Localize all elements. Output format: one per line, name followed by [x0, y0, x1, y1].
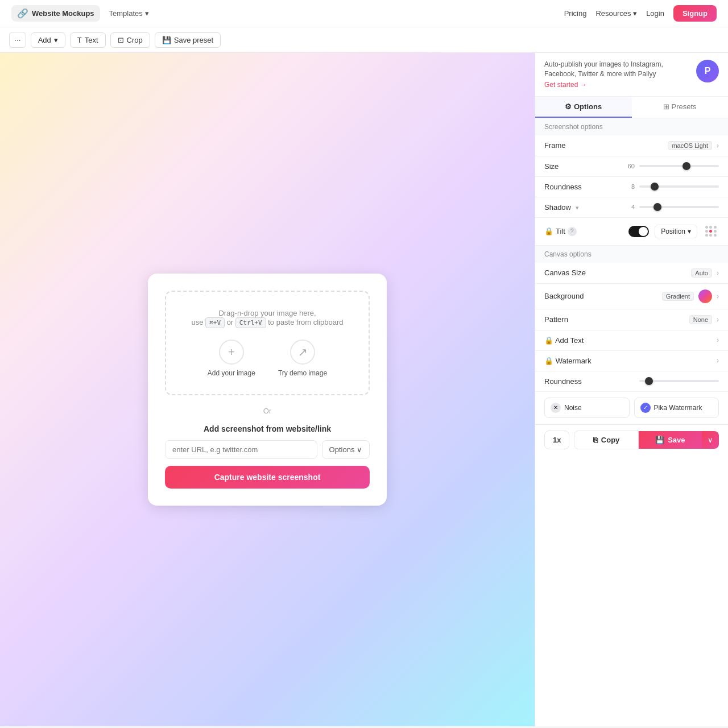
background-chevron: ›: [717, 292, 719, 300]
tab-presets[interactable]: ⊞ Presets: [632, 97, 729, 118]
toggle-group: ✕ Noise ✓ Pika Watermark: [544, 398, 719, 418]
capture-button[interactable]: Capture website screenshot: [165, 466, 370, 489]
save-preset-button[interactable]: 💾 Save preset: [155, 32, 221, 48]
watermark-row[interactable]: 🔒 Watermark ›: [535, 351, 728, 371]
canvas-size-chevron: ›: [717, 269, 719, 277]
pallyy-logo: P: [696, 60, 719, 82]
drag-drop-area[interactable]: Drag-n-drop your image here, use ⌘+V or …: [165, 291, 370, 395]
pattern-badge: None: [689, 315, 712, 324]
roundness-slider[interactable]: [639, 185, 719, 188]
save-label: Save: [668, 436, 685, 444]
copy-button[interactable]: ⎘ Copy: [574, 431, 638, 449]
frame-label: Frame: [544, 141, 566, 150]
background-row[interactable]: Background Gradient ›: [535, 284, 728, 309]
pattern-right: None ›: [574, 315, 719, 324]
nav-right: Pricing Resources ▾ Login Signup: [564, 5, 717, 22]
drag-drop-actions: + Add your image ↗ Try demo image: [177, 340, 357, 377]
url-input[interactable]: [165, 440, 317, 459]
size-slider-container: 60: [564, 163, 719, 169]
crop-label: Crop: [127, 36, 143, 44]
pallyy-banner: Auto-publish your images to Instagram, F…: [535, 53, 728, 97]
pattern-label: Pattern: [544, 315, 568, 324]
background-color-preview[interactable]: [698, 289, 712, 303]
add-text-row[interactable]: 🔒 Add Text ›: [535, 330, 728, 351]
tilt-lock-icon: 🔒: [544, 227, 553, 235]
kbd-ctrl-v: Ctrl+V: [235, 317, 266, 328]
grid-dot-5: [709, 230, 712, 233]
pattern-row[interactable]: Pattern None ›: [535, 309, 728, 330]
tab-options[interactable]: ⚙ Options: [535, 97, 632, 118]
noise-toggle[interactable]: ✕ Noise: [544, 398, 630, 418]
url-section-title: Add screenshot from website/link: [165, 424, 370, 433]
save-icon: 💾: [655, 436, 664, 444]
add-text-lock-icon: 🔒: [544, 336, 553, 345]
text-label: Text: [85, 36, 98, 44]
canvas-size-label: Canvas Size: [544, 268, 586, 277]
toggle-row: ✕ Noise ✓ Pika Watermark: [535, 392, 728, 424]
add-image-action[interactable]: + Add your image: [208, 340, 255, 377]
frame-row[interactable]: Frame macOS Light ›: [535, 135, 728, 156]
canvas-roundness-slider-container: [588, 380, 719, 382]
tilt-toggle-thumb: [639, 227, 648, 236]
kbd-cmd-v: ⌘+V: [205, 317, 225, 328]
position-grid[interactable]: [703, 224, 719, 239]
nav-login[interactable]: Login: [646, 9, 664, 18]
tilt-help[interactable]: ?: [568, 227, 577, 236]
shadow-row: Shadow ▾ 4: [535, 197, 728, 218]
panel-tabs: ⚙ Options ⊞ Presets: [535, 97, 728, 118]
background-badge: Gradient: [662, 292, 694, 301]
roundness-label: Roundness: [544, 183, 582, 191]
crop-icon: ⊡: [118, 36, 124, 44]
screenshot-options-header: Screenshot options: [535, 118, 728, 135]
noise-check: ✕: [551, 403, 561, 413]
watermark-label: 🔒 Watermark: [544, 357, 592, 365]
templates-label: Templates: [109, 9, 143, 18]
toolbar: ··· Add ▾ T Text ⊡ Crop 💾 Save preset: [0, 27, 728, 53]
canvas-size-row[interactable]: Canvas Size Auto ›: [535, 263, 728, 284]
frame-right: macOS Light ›: [572, 141, 719, 150]
nav-signup[interactable]: Signup: [673, 5, 717, 22]
copy-label: Copy: [601, 436, 620, 444]
canvas-options-header: Canvas options: [535, 246, 728, 263]
size-slider[interactable]: [639, 165, 719, 167]
pallyy-cta[interactable]: Get started →: [544, 81, 587, 89]
roundness-value: 8: [626, 183, 635, 190]
tilt-controls: Position ▾: [628, 224, 719, 239]
text-button[interactable]: T Text: [70, 32, 106, 48]
position-button[interactable]: Position ▾: [655, 225, 697, 238]
save-dropdown-button[interactable]: ∨: [702, 431, 719, 449]
url-options-button[interactable]: Options ∨: [322, 440, 370, 459]
navbar: 🔗 Website Mockups Templates ▾ Pricing Re…: [0, 0, 728, 27]
grid-dot-8: [709, 234, 712, 237]
toolbar-more-button[interactable]: ···: [9, 32, 26, 48]
brand-icon: 🔗: [17, 8, 28, 19]
or-divider: Or: [165, 407, 370, 415]
crop-button[interactable]: ⊡ Crop: [110, 32, 150, 48]
action-bar: 1x ⎘ Copy 💾 Save ∨: [535, 424, 728, 455]
save-button[interactable]: 💾 Save: [639, 431, 702, 449]
tilt-label: 🔒 Tilt ?: [544, 227, 577, 236]
grid-dot-3: [714, 226, 717, 229]
nav-pricing[interactable]: Pricing: [564, 9, 587, 18]
url-input-row: Options ∨: [165, 440, 370, 459]
grid-dot-6: [714, 230, 717, 233]
nav-brand[interactable]: 🔗 Website Mockups: [11, 5, 100, 22]
tilt-toggle[interactable]: [628, 226, 649, 237]
scale-button[interactable]: 1x: [544, 431, 569, 449]
nav-templates[interactable]: Templates ▾: [105, 6, 154, 20]
canvas-area[interactable]: Drag-n-drop your image here, use ⌘+V or …: [0, 53, 535, 726]
size-row: Size 60: [535, 156, 728, 177]
add-chevron: ▾: [54, 36, 58, 44]
pika-check: ✓: [640, 403, 651, 413]
pattern-chevron: ›: [717, 316, 719, 324]
nav-resources[interactable]: Resources ▾: [595, 9, 637, 18]
frame-badge: macOS Light: [668, 141, 712, 150]
add-text-chevron: ›: [717, 336, 719, 344]
demo-image-action[interactable]: ↗ Try demo image: [278, 340, 327, 377]
canvas-roundness-slider[interactable]: [639, 380, 719, 382]
shadow-slider[interactable]: [639, 206, 719, 208]
add-button[interactable]: Add ▾: [31, 32, 65, 48]
add-image-label: Add your image: [208, 369, 255, 377]
pika-watermark-toggle[interactable]: ✓ Pika Watermark: [634, 398, 719, 418]
brand-label: Website Mockups: [32, 9, 94, 18]
